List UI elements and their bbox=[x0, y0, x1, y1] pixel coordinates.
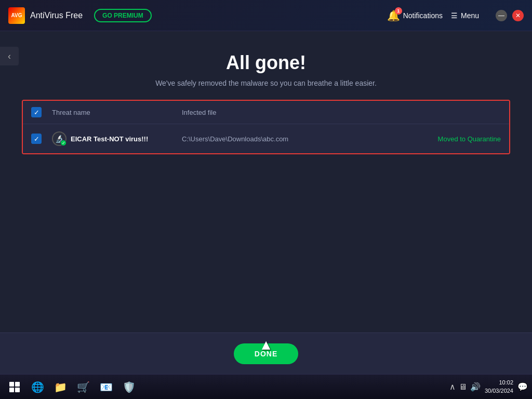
taskbar-mail-icon[interactable]: 📧 bbox=[96, 377, 116, 397]
threat-name: EICAR Test-NOT virus!!! bbox=[71, 135, 148, 143]
back-button[interactable]: ‹ bbox=[0, 47, 19, 65]
done-button[interactable]: DONE bbox=[234, 343, 298, 364]
bottom-bar: DONE bbox=[0, 332, 532, 374]
infected-file-header: Infected file bbox=[182, 109, 407, 116]
main-content: ‹ All gone! We've safely removed the mal… bbox=[0, 31, 532, 332]
threat-table: ✓ Threat name Infected file ✓ 🔬 ✓ EICAR … bbox=[22, 100, 510, 154]
taskbar: 🌐 📁 🛒 📧 🛡️ ∧ 🖥 🔊 10:02 30/03/2024 💬 bbox=[0, 374, 532, 399]
tray-monitor-icon[interactable]: 🖥 bbox=[459, 382, 467, 392]
taskbar-store-icon[interactable]: 🛒 bbox=[73, 377, 94, 397]
taskbar-edge-icon[interactable]: 🌐 bbox=[27, 377, 48, 397]
resolved-badge: ✓ bbox=[60, 140, 66, 146]
system-tray: ∧ 🖥 🔊 bbox=[449, 382, 481, 392]
go-premium-button[interactable]: GO PREMIUM bbox=[94, 9, 152, 22]
app-name: AntiVirus Free bbox=[30, 11, 83, 20]
taskbar-avg-icon[interactable]: 🛡️ bbox=[118, 377, 139, 397]
titlebar-right: 🔔 1 Notifications ☰ Menu — ✕ bbox=[387, 9, 524, 22]
titlebar-left: AVG AntiVirus Free GO PREMIUM bbox=[8, 7, 387, 24]
threat-name-cell: 🔬 ✓ EICAR Test-NOT virus!!! bbox=[52, 131, 182, 146]
page-title: All gone! bbox=[155, 52, 377, 74]
file-path: C:\Users\Dave\Downloads\abc.com bbox=[182, 135, 407, 143]
tray-chevron-icon[interactable]: ∧ bbox=[449, 382, 456, 392]
status-badge: Moved to Quarantine bbox=[407, 135, 501, 143]
date-display: 30/03/2024 bbox=[485, 387, 513, 395]
table-header: ✓ Threat name Infected file bbox=[23, 101, 509, 124]
row-checkbox[interactable]: ✓ bbox=[31, 134, 42, 144]
hamburger-icon: ☰ bbox=[451, 11, 458, 20]
start-button[interactable] bbox=[4, 377, 25, 397]
window-controls: — ✕ bbox=[496, 10, 524, 21]
threat-icon: 🔬 ✓ bbox=[52, 131, 66, 146]
bell-icon: 🔔 1 bbox=[387, 9, 400, 22]
menu-button[interactable]: ☰ Menu bbox=[451, 11, 479, 20]
close-button[interactable]: ✕ bbox=[512, 10, 524, 21]
clock: 10:02 30/03/2024 bbox=[485, 379, 513, 395]
tray-volume-icon[interactable]: 🔊 bbox=[470, 382, 481, 392]
table-row: ✓ 🔬 ✓ EICAR Test-NOT virus!!! C:\Users\D… bbox=[23, 124, 509, 153]
page-subtitle: We've safely removed the malware so you … bbox=[155, 79, 377, 87]
taskbar-explorer-icon[interactable]: 📁 bbox=[50, 377, 71, 397]
windows-icon bbox=[9, 382, 20, 392]
titlebar: AVG AntiVirus Free GO PREMIUM 🔔 1 Notifi… bbox=[0, 0, 532, 31]
notification-center-icon[interactable]: 💬 bbox=[517, 382, 528, 392]
taskbar-right: ∧ 🖥 🔊 10:02 30/03/2024 💬 bbox=[449, 379, 528, 395]
avg-logo: AVG bbox=[8, 7, 25, 24]
header-checkbox-col: ✓ bbox=[31, 107, 52, 117]
notifications-button[interactable]: 🔔 1 Notifications bbox=[387, 9, 443, 22]
threat-name-header: Threat name bbox=[52, 109, 182, 116]
check-icon: ✓ bbox=[34, 109, 39, 116]
heading-section: All gone! We've safely removed the malwa… bbox=[155, 52, 377, 87]
row-checkbox-col: ✓ bbox=[31, 134, 52, 144]
notification-badge: 1 bbox=[395, 7, 402, 15]
time-display: 10:02 bbox=[485, 379, 513, 387]
menu-label: Menu bbox=[461, 11, 479, 20]
select-all-checkbox[interactable]: ✓ bbox=[31, 107, 42, 117]
minimize-button[interactable]: — bbox=[496, 10, 507, 21]
check-icon: ✓ bbox=[34, 135, 39, 143]
notifications-label: Notifications bbox=[403, 11, 443, 20]
